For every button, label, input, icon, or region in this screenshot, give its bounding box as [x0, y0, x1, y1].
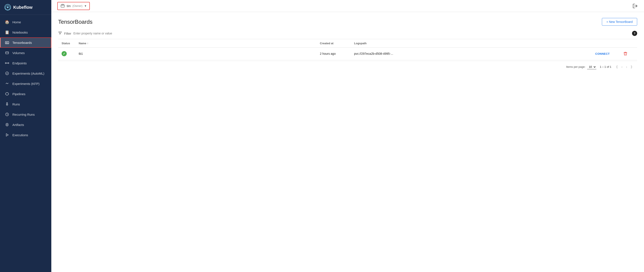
sidebar-item-endpoints[interactable]: Endpoints [0, 58, 51, 68]
executions-icon [5, 132, 10, 137]
namespace-user: tim [67, 4, 71, 8]
svg-rect-4 [6, 42, 6, 44]
col-header-logspath: Logspath [354, 42, 595, 45]
page-content-area: TensorBoards + New TensorBoard Filter ? … [51, 12, 644, 272]
sidebar-label-experiments-kfp: Experiments (KFP) [12, 82, 40, 86]
created-col-label: Created at [320, 42, 334, 45]
items-per-page-label: Items per page: [566, 65, 586, 68]
app-name: Kubeflow [13, 5, 32, 10]
col-header-status: Status [62, 42, 79, 45]
col-header-delete [623, 42, 634, 45]
sidebar-item-tensorboards[interactable]: Tensorboards [0, 38, 51, 48]
svg-marker-20 [6, 134, 8, 136]
status-col-label: Status [62, 42, 70, 45]
notebooks-icon: 📋 [5, 30, 10, 35]
sidebar-item-volumes[interactable]: Volumes [0, 48, 51, 58]
sidebar-item-home[interactable]: 🏠 Home [0, 17, 51, 27]
svg-rect-6 [8, 43, 8, 44]
sidebar-label-recurring-runs: Recurring Runs [12, 113, 35, 116]
experiments-automl-icon [5, 71, 10, 76]
svg-rect-21 [61, 5, 64, 7]
page-title: TensorBoards [58, 18, 92, 25]
page-nav-buttons: ⟪ ‹ › ⟫ [615, 64, 634, 70]
filter-icon [58, 31, 62, 36]
sidebar-label-executions: Executions [12, 133, 28, 137]
status-cell: ✓ [62, 51, 79, 56]
pipelines-icon [5, 92, 10, 96]
page-header: TensorBoards + New TensorBoard [58, 18, 637, 26]
svg-marker-13 [6, 92, 8, 95]
home-icon: 🏠 [5, 20, 10, 24]
sidebar-item-recurring-runs[interactable]: Recurring Runs [0, 109, 51, 120]
page-info: 1 – 1 of 1 [600, 65, 611, 68]
kubeflow-logo-icon [4, 4, 11, 11]
sidebar-label-home: Home [12, 20, 21, 24]
svg-rect-7 [6, 52, 8, 54]
sidebar-item-notebooks[interactable]: 📋 Notebooks [0, 27, 51, 38]
sidebar: Kubeflow 🏠 Home 📋 Notebooks Tensorboards [0, 0, 51, 272]
items-per-page: Items per page: 10 5 25 50 [566, 64, 596, 69]
table-row: ✓ tb1 2 hours ago pvc://297eca2b-d508-49… [58, 48, 637, 60]
svg-point-9 [5, 63, 6, 64]
col-header-created: Created at [320, 42, 354, 45]
topbar: tim (Owner) ▼ [51, 0, 644, 12]
tensorboard-created-at: 2 hours ago [320, 52, 354, 56]
experiments-kfp-icon [5, 81, 10, 86]
sidebar-label-experiments-automl: Experiments (AutoML) [12, 72, 44, 75]
filter-bar: Filter ? [58, 31, 637, 39]
namespace-selector[interactable]: tim (Owner) ▼ [57, 2, 90, 10]
tensorboard-logspath: pvc://297eca2b-d508-4995-... [354, 52, 595, 56]
sidebar-label-artifacts: Artifacts [12, 123, 24, 126]
sidebar-item-runs[interactable]: Runs [0, 99, 51, 109]
table-header: Status Name ↑ Created at Logspath [58, 39, 637, 48]
sidebar-item-experiments-kfp[interactable]: Experiments (KFP) [0, 78, 51, 89]
svg-point-14 [7, 103, 8, 104]
filter-input[interactable] [73, 31, 630, 36]
sidebar-item-pipelines[interactable]: Pipelines [0, 89, 51, 99]
tensorboards-table: Status Name ↑ Created at Logspath ✓ [58, 39, 637, 60]
new-tensorboard-button[interactable]: + New TensorBoard [602, 18, 637, 26]
sidebar-item-artifacts[interactable]: Artifacts [0, 120, 51, 130]
svg-rect-5 [7, 42, 7, 44]
prev-page-button[interactable]: ‹ [620, 64, 624, 70]
logout-button[interactable] [632, 3, 638, 9]
delete-button[interactable] [623, 51, 628, 56]
recurring-runs-icon [5, 112, 10, 117]
svg-point-2 [7, 6, 8, 8]
sidebar-item-experiments-automl[interactable]: Experiments (AutoML) [0, 68, 51, 78]
sidebar-label-runs: Runs [12, 102, 20, 106]
sidebar-item-executions[interactable]: Executions [0, 130, 51, 140]
namespace-icon [60, 4, 65, 8]
sidebar-label-pipelines: Pipelines [12, 92, 26, 96]
main-content: tim (Owner) ▼ TensorBoards + New TensorB… [51, 0, 644, 272]
first-page-button[interactable]: ⟪ [615, 64, 619, 70]
logspath-col-label: Logspath [354, 42, 367, 45]
sidebar-navigation: 🏠 Home 📋 Notebooks Tensorboards [0, 15, 51, 272]
filter-label: Filter [64, 32, 71, 35]
pagination-bar: Items per page: 10 5 25 50 1 – 1 of 1 ⟪ … [58, 61, 637, 73]
runs-icon [5, 102, 10, 106]
artifacts-icon [5, 122, 10, 127]
next-page-button[interactable]: › [625, 64, 628, 70]
tensorboards-icon [5, 40, 10, 45]
volumes-icon [5, 50, 10, 55]
filter-help-button[interactable]: ? [632, 31, 637, 36]
svg-line-18 [7, 114, 8, 115]
items-per-page-select[interactable]: 10 5 25 50 [587, 64, 596, 69]
endpoints-icon [5, 61, 10, 66]
name-col-label: Name [79, 42, 86, 45]
col-header-actions [595, 42, 623, 45]
col-header-name[interactable]: Name ↑ [79, 42, 320, 45]
name-sort-icon: ↑ [87, 42, 88, 45]
last-page-button[interactable]: ⟫ [629, 64, 634, 70]
sidebar-label-volumes: Volumes [12, 51, 25, 55]
sidebar-label-endpoints: Endpoints [12, 61, 27, 65]
namespace-dropdown-arrow: ▼ [84, 4, 87, 8]
svg-point-19 [7, 124, 8, 125]
tensorboard-name: tb1 [79, 52, 320, 56]
status-ready-icon: ✓ [62, 51, 67, 56]
connect-button[interactable]: CONNECT [595, 52, 610, 56]
svg-point-10 [8, 63, 9, 64]
new-tensorboard-label: + New TensorBoard [606, 20, 633, 24]
sidebar-label-notebooks: Notebooks [12, 30, 28, 34]
